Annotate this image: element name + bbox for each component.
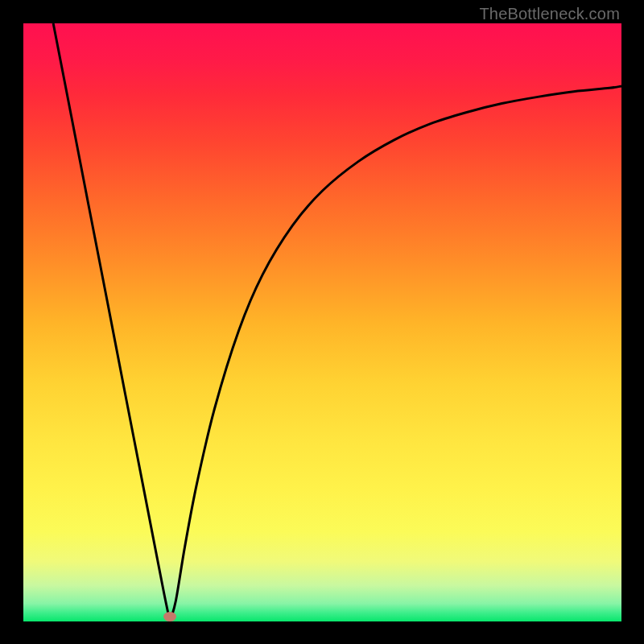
optimum-marker <box>163 612 176 621</box>
gradient-background <box>23 23 621 621</box>
chart-frame: TheBottleneck.com <box>0 0 644 644</box>
plot-area <box>23 23 621 621</box>
watermark-text: TheBottleneck.com <box>479 5 620 23</box>
chart-svg <box>23 23 621 621</box>
